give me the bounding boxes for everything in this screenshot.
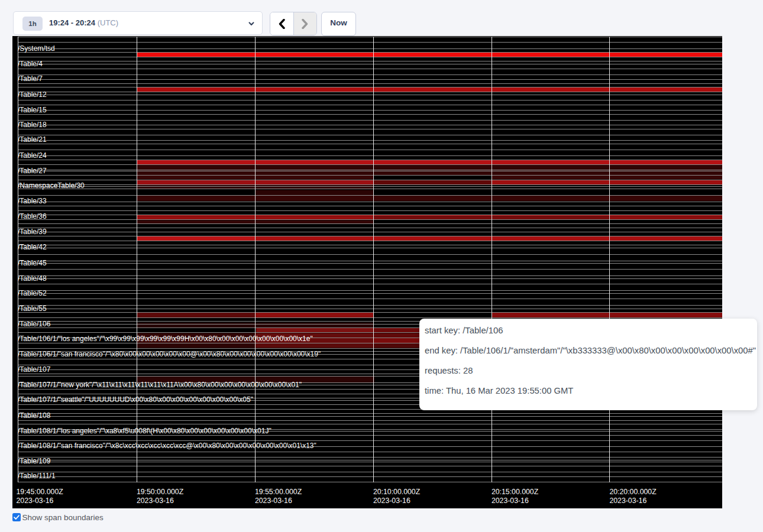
svg-text:2023-03-16: 2023-03-16 [609, 497, 646, 505]
svg-text:20:10:00.000Z: 20:10:00.000Z [373, 488, 421, 496]
svg-text:/Table/106/1/"los angeles"/"\x: /Table/106/1/"los angeles"/"\x99\x99\x99… [18, 335, 313, 343]
svg-text:2023-03-16: 2023-03-16 [137, 497, 174, 505]
svg-text:/Table/107/1/"seattle"/"UUUUUU: /Table/107/1/"seattle"/"UUUUUUUD\x00\x80… [18, 395, 253, 404]
svg-text:/Table/21: /Table/21 [18, 135, 47, 144]
svg-text:2023-03-16: 2023-03-16 [255, 497, 292, 505]
svg-text:/Table/109: /Table/109 [18, 457, 51, 465]
svg-text:/Table/24: /Table/24 [18, 151, 47, 160]
svg-text:20:20:00.000Z: 20:20:00.000Z [609, 488, 657, 496]
svg-text:/Table/27: /Table/27 [18, 167, 47, 175]
svg-text:/Table/108/1/"los angeles"/"\x: /Table/108/1/"los angeles"/"\xa8\xf5\u00… [18, 427, 271, 435]
svg-text:/Table/45: /Table/45 [18, 259, 47, 267]
svg-text:/Table/18: /Table/18 [18, 121, 47, 129]
svg-text:/Table/55: /Table/55 [18, 304, 47, 313]
svg-text:/Table/39: /Table/39 [18, 228, 47, 236]
svg-text:/Table/52: /Table/52 [18, 289, 47, 297]
svg-text:2023-03-16: 2023-03-16 [17, 497, 54, 505]
svg-text:/Table/42: /Table/42 [18, 243, 47, 251]
svg-text:/Table/7: /Table/7 [18, 74, 43, 83]
svg-text:/Table/4: /Table/4 [18, 60, 43, 68]
svg-text:2023-03-16: 2023-03-16 [492, 497, 529, 505]
svg-text:/System/tsd: /System/tsd [18, 44, 55, 53]
svg-text:/Table/12: /Table/12 [18, 90, 47, 99]
svg-text:/Table/106/1/"san francisco"/": /Table/106/1/"san francisco"/"\x80\x00\x… [18, 350, 321, 358]
svg-text:/Table/108/1/"san francisco"/": /Table/108/1/"san francisco"/"\x8c\xcc\x… [18, 442, 316, 450]
svg-text:/Table/108: /Table/108 [18, 411, 51, 420]
svg-text:19:45:00.000Z: 19:45:00.000Z [17, 488, 64, 496]
svg-text:/Table/107/1/"new york"/"\x11\: /Table/107/1/"new york"/"\x11\x11\x11\x1… [18, 381, 302, 389]
svg-text:/Table/48: /Table/48 [18, 274, 47, 283]
svg-text:/Table/33: /Table/33 [18, 197, 47, 205]
svg-text:19:55:00.000Z: 19:55:00.000Z [255, 488, 302, 496]
svg-text:20:15:00.000Z: 20:15:00.000Z [492, 488, 539, 496]
svg-text:/Table/106: /Table/106 [18, 320, 51, 328]
svg-text:/Table/107: /Table/107 [18, 365, 51, 374]
svg-text:/Table/15: /Table/15 [18, 106, 47, 114]
svg-text:/Table/36: /Table/36 [18, 212, 47, 220]
svg-text:/NamespaceTable/30: /NamespaceTable/30 [18, 181, 85, 190]
svg-text:2023-03-16: 2023-03-16 [373, 497, 410, 505]
svg-text:/Table/111/1: /Table/111/1 [18, 472, 56, 480]
svg-text:19:50:00.000Z: 19:50:00.000Z [137, 488, 184, 496]
